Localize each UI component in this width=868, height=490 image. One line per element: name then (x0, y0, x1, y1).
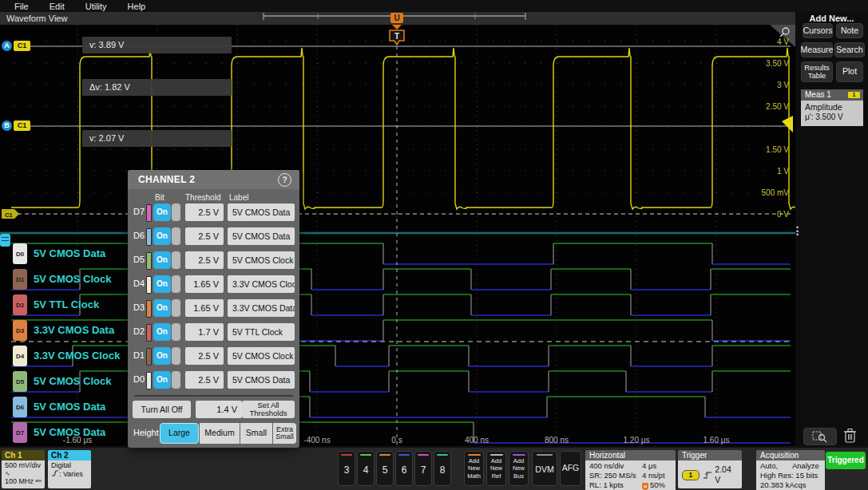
menu-item-utility[interactable]: Utility (85, 2, 107, 11)
add-channel-8-button[interactable]: 8 (434, 451, 451, 486)
digital-bit-badge-d6[interactable]: D6 (13, 397, 27, 417)
add-channel-4-button[interactable]: 4 (357, 451, 375, 486)
meas1-header[interactable]: Meas 1 1 (801, 89, 863, 101)
menu-item-edit[interactable]: Edit (50, 2, 65, 11)
digital-bit-badge-d1[interactable]: D1 (13, 269, 27, 290)
afg-button[interactable]: AFG (560, 451, 581, 486)
digital-bit-badge-d0[interactable]: D0 (13, 243, 27, 264)
bit-label-input[interactable]: 5V CMOS Data (228, 371, 295, 389)
bit-label-input[interactable]: 5V TTL Clock (228, 323, 295, 341)
add-new-title: Add New... (795, 14, 868, 23)
bit-label-input[interactable]: 3.3V CMOS Data (228, 299, 295, 317)
bit-on-toggle[interactable]: On (153, 347, 180, 365)
zoom-select-button[interactable] (803, 428, 837, 445)
bit-on-toggle[interactable]: On (153, 275, 180, 293)
add-channel-7-button[interactable]: 7 (414, 451, 432, 486)
add-new-ref-button[interactable]: AddNewRef (486, 451, 506, 486)
bit-threshold-input[interactable]: 2.5 V (185, 371, 224, 389)
bit-on-toggle[interactable]: On (153, 251, 180, 269)
bit-on-toggle[interactable]: On (153, 204, 180, 221)
digital-bit-badge-d2[interactable]: D2 (13, 294, 27, 315)
dvm-button[interactable]: DVM (532, 451, 557, 486)
digital-bit-badge-d4[interactable]: D4 (13, 346, 27, 366)
menu-item-file[interactable]: File (14, 2, 29, 11)
acquisition-panel[interactable]: Acquisition Auto,Analyze High Res: 15 bi… (756, 450, 825, 490)
digital-bit-badge-d5[interactable]: D5 (13, 371, 27, 392)
height-option-large[interactable]: Large (160, 423, 199, 444)
height-option-small[interactable]: Small (240, 423, 272, 444)
height-option-extra-small[interactable]: ExtraSmall (273, 423, 296, 444)
acquisition-minimap[interactable]: U (0, 12, 795, 25)
bit-row-d2: D2On1.7 V5V TTL Clock (128, 323, 299, 341)
meas1-source-badge: 1 (848, 92, 860, 98)
bit-threshold-input[interactable]: 2.5 V (185, 251, 224, 269)
turn-all-off-button[interactable]: Turn All Off (133, 401, 191, 418)
add-channel-5-button[interactable]: 5 (376, 451, 394, 486)
add-new-results-table-button[interactable]: ResultsTable (801, 61, 833, 82)
set-all-thresholds-button[interactable]: Set All Thresholds (242, 401, 295, 418)
add-channel-3-button[interactable]: 3 (338, 451, 355, 486)
bit-on-toggle[interactable]: On (153, 371, 180, 389)
meas1-card[interactable]: Meas 1 1 Amplitude μ': 3.500 V (801, 89, 863, 126)
label-column-header: Label (229, 193, 248, 202)
bit-on-toggle[interactable]: On (153, 227, 180, 245)
svg-text:1.60 μs: 1.60 μs (703, 436, 729, 445)
height-label: Height (133, 428, 159, 437)
bandwidth-icon: ᴮᵂ (36, 479, 42, 484)
ch1-badge[interactable]: Ch 1 500 mV/div ∿ 100 MHz ᴮᵂ (2, 450, 45, 488)
horizontal-row: SR: 250 MS/s4 ns/pt (589, 471, 672, 480)
digital-bit-label-d7: 5V CMOS Data (34, 422, 105, 443)
bit-label-input[interactable]: 5V CMOS Data (228, 227, 295, 245)
meas1-value: μ': 3.500 V (805, 113, 859, 123)
add-new-math-button[interactable]: AddNewMath (464, 451, 484, 486)
bit-threshold-input[interactable]: 2.5 V (185, 204, 224, 221)
cursor-b-handle[interactable]: B (2, 121, 12, 131)
bit-label-input[interactable]: 3.3V CMOS Clock (228, 275, 295, 293)
panel-resize-handle[interactable]: ••• (796, 226, 799, 237)
bit-label-input[interactable]: 5V CMOS Data (228, 204, 295, 221)
menu-item-help[interactable]: Help (128, 2, 146, 11)
help-icon[interactable]: ? (278, 173, 291, 187)
acq-analyze: Analyze (792, 461, 819, 471)
bit-label-input[interactable]: 5V CMOS Clock (228, 347, 295, 365)
bit-threshold-input[interactable]: 2.5 V (185, 347, 224, 365)
trigger-source-badge: 1 (682, 470, 700, 480)
svg-text:1.50 V: 1.50 V (766, 145, 789, 154)
channel2-dialog-header[interactable]: CHANNEL 2 ? (128, 170, 299, 189)
cursor-b-source-badge[interactable]: C1 (14, 121, 30, 131)
bit-on-toggle[interactable]: On (153, 299, 180, 317)
cursor-a-source-badge[interactable]: C1 (14, 41, 30, 51)
bit-color-bar (146, 276, 152, 294)
add-new-cursors-button[interactable]: Cursors (803, 23, 833, 38)
trigger-panel[interactable]: Trigger 1 2.04 V (678, 450, 742, 488)
waveform-plot[interactable]: C1T4 V3.50 V3 V2.50 V1.50 V1 V500 mV0 V-… (0, 25, 795, 446)
bit-threshold-input[interactable]: 2.5 V (185, 227, 224, 245)
bit-threshold-input[interactable]: 1.65 V (185, 299, 224, 317)
probe-icon: ∿ (5, 470, 45, 478)
digital-bit-badge-d7[interactable]: D7 (13, 422, 27, 443)
add-new-search-button[interactable]: Search (834, 42, 865, 57)
all-thresholds-input[interactable]: 1.4 V (196, 401, 242, 418)
bit-name: D4 (133, 279, 145, 288)
add-new-plot-button[interactable]: Plot (836, 61, 863, 82)
bit-column-header: Bit (155, 193, 164, 202)
trash-button[interactable] (841, 427, 860, 445)
add-new-bus-button[interactable]: AddNewBus (509, 451, 529, 486)
add-new-note-button[interactable]: Note (836, 23, 863, 38)
svg-text:1 V: 1 V (777, 167, 789, 176)
bit-threshold-input[interactable]: 1.7 V (185, 323, 224, 341)
height-option-medium[interactable]: Medium (200, 423, 240, 444)
bit-label-input[interactable]: 5V CMOS Clock (228, 251, 295, 269)
add-new-measure-button[interactable]: Measure (801, 42, 833, 57)
cursor-a-handle[interactable]: A (2, 41, 12, 51)
horizontal-panel[interactable]: Horizontal 400 ns/div4 μsSR: 250 MS/s4 n… (585, 450, 676, 490)
digital-group-handle[interactable] (0, 234, 10, 247)
bit-threshold-input[interactable]: 1.65 V (185, 275, 224, 293)
digital-bit-badge-d3[interactable]: D3 (13, 320, 27, 341)
ch1-name: Ch 1 (2, 450, 45, 460)
cursor-b-value: v: 2.07 V (82, 130, 232, 147)
ch2-threshold: : Varies (51, 470, 91, 479)
bit-on-toggle[interactable]: On (153, 323, 180, 341)
add-channel-6-button[interactable]: 6 (395, 451, 413, 486)
ch2-badge[interactable]: Ch 2 Digital : Varies (48, 450, 91, 488)
